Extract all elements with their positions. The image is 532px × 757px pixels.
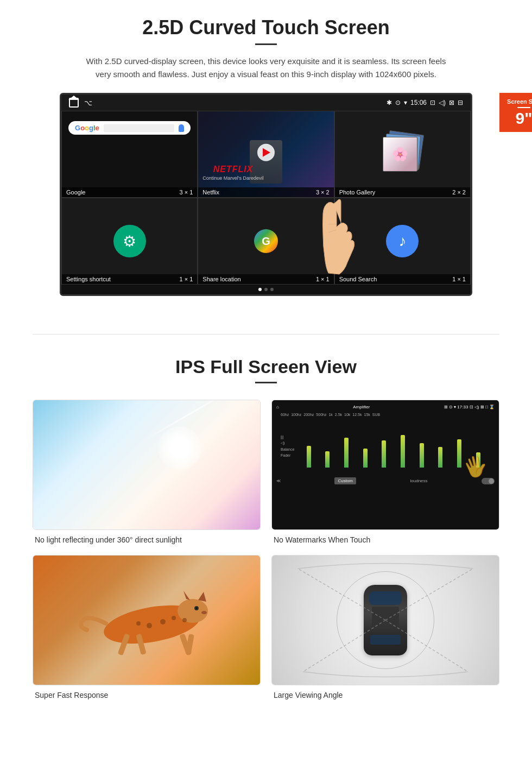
close-icon: ⊠ [449,99,454,106]
feature-img-cheetah [33,555,261,685]
svg-point-17 [201,611,207,614]
play-button[interactable] [257,144,275,161]
dot-1 [258,288,262,291]
svg-point-16 [195,607,198,609]
photo-gallery-cell[interactable]: 🌸 Photo Gallery 2 × 2 [334,111,471,198]
sun-effect [158,426,201,470]
wifi-icon: ▾ [404,99,407,106]
gear-symbol: ⚙ [123,232,136,250]
eq-home-icon: ⌂ [276,405,279,409]
section2-title: IPS Full Screen View [33,356,499,377]
section-ips: IPS Full Screen View No light reflecting… [0,351,532,716]
eq-top-bar: ⌂ Amplifier ⊞ ⊙ ▾ 17:33 ⊡ ◁) ⊠ □ ⌛ [276,405,495,409]
netflix-text: NETFLIX Continue Marvel's Daredevil [202,165,263,181]
eq-bar-1 [307,446,311,468]
eq-bar-2 [325,451,330,468]
netflix-logo: NETFLIX [202,165,263,174]
volume-icon: ◁) [439,99,446,106]
netflix-label: Netflix 3 × 2 [198,187,333,197]
dots-indicator [61,285,471,294]
title-underline [255,43,277,45]
car-outer-circle [337,571,434,669]
eq-title: Amplifier [353,405,370,409]
eq-bar-7 [420,443,424,468]
loudness-toggle[interactable] [482,478,495,484]
balance-label: Balance [281,447,294,451]
window-icon: ⊟ [458,99,463,106]
camera-icon: ⊡ [430,99,435,106]
car-rear-window [370,635,401,645]
feature-no-watermark: ⌂ Amplifier ⊞ ⊙ ▾ 17:33 ⊡ ◁) ⊠ □ ⌛ 60hz1… [271,400,499,544]
status-right: ✱ ⊙ ▾ 15:06 ⊡ ◁) ⊠ ⊟ [387,99,463,106]
feature-label-3: Super Fast Response [33,691,261,699]
section1-title: 2.5D Curved Touch Screen [33,16,499,39]
flower-icon: 🌸 [392,147,408,162]
eq-bar-5 [382,440,386,468]
feature-img-eq: ⌂ Amplifier ⊞ ⊙ ▾ 17:33 ⊡ ◁) ⊠ □ ⌛ 60hz1… [271,400,499,530]
music-note-icon: ♪ [398,232,406,250]
eq-bar-8 [438,447,442,468]
feature-no-light: No light reflecting under 360° direct su… [33,400,261,544]
feature-label-2: No Watermarks When Touch [271,535,499,544]
sound-search-cell[interactable]: ♪ Sound Search 1 × 1 [334,198,471,285]
eq-bar-4 [363,449,368,468]
section1-description: With 2.5D curved-display screen, this de… [81,55,451,81]
feature-viewing-angle: Large Viewing Angle [271,555,499,699]
status-bar: ⌥ ✱ ⊙ ▾ 15:06 ⊡ ◁) ⊠ ⊟ [61,94,471,111]
device-container: ⌥ ✱ ⊙ ▾ 15:06 ⊡ ◁) ⊠ ⊟ [33,93,499,296]
status-left: ⌥ [69,98,92,108]
sound-search-label: Sound Search 1 × 1 [335,274,470,284]
feature-fast-response: Super Fast Response [33,555,261,699]
eq-custom-button[interactable]: Custom [334,477,356,484]
cheetah-background [33,556,260,685]
svg-point-3 [178,599,208,623]
eq-bar-3 [344,438,349,468]
sound-search-button[interactable]: ♪ [386,225,419,257]
eq-bottom-bar: ≪ Custom loudness [276,477,495,484]
google-search-bar[interactable]: Google [68,121,191,135]
dot-2 [264,288,268,291]
equalizer-screen: ⌂ Amplifier ⊞ ⊙ ▾ 17:33 ⊡ ◁) ⊠ □ ⌛ 60hz1… [272,400,499,529]
fader-label: Fader [281,453,294,457]
eq-icons: ⊞ ⊙ ▾ 17:33 ⊡ ◁) ⊠ □ ⌛ [444,405,495,409]
share-location-cell[interactable]: G Share location 1 × 1 [198,198,334,285]
settings-label: Settings shortcut 1 × 1 [62,274,197,284]
svg-point-8 [147,623,152,628]
google-cell[interactable]: Google Google 3 × 1 [61,111,198,198]
badge-size: 9" [504,110,532,127]
home-icon[interactable] [69,98,79,108]
features-grid: No light reflecting under 360° direct su… [33,400,499,699]
svg-point-10 [182,618,187,622]
sky-background [33,400,260,529]
badge-line [517,107,530,108]
play-triangle [263,148,270,157]
google-logo: Google [75,124,99,132]
settings-gear: ⚙ [113,225,146,257]
netflix-subtitle: Continue Marvel's Daredevil [202,175,263,181]
location-icon: ⊙ [395,99,401,106]
car-top-view [364,585,407,655]
loudness-label: loudness [410,478,428,483]
eq-bar-6 [401,435,405,468]
google-maps-icon: G [252,225,280,257]
settings-cell[interactable]: ⚙ Settings shortcut 1 × 1 [61,198,198,285]
netflix-cell[interactable]: NETFLIX Continue Marvel's Daredevil Netf… [198,111,334,198]
photo-gallery-label: Photo Gallery 2 × 2 [335,187,470,197]
dot-3 [270,288,274,291]
svg-point-9 [136,621,141,626]
bluetooth-icon: ✱ [387,99,392,106]
google-search-text[interactable] [104,124,174,132]
badge-label: Screen Size [504,98,532,105]
photo-card-3: 🌸 [383,137,417,172]
device-screen: ⌥ ✱ ⊙ ▾ 15:06 ⊡ ◁) ⊠ ⊟ [60,93,472,296]
eq-freq-labels: 60hz100hz200hz500hz1k2.5k10k12.5k15kSUB [276,413,495,417]
maps-circle: G [254,229,278,253]
car-windshield [369,591,402,605]
eq-controls: ||| ◁) Balance Fader [276,419,495,473]
eq-bar-9 [457,439,461,468]
svg-point-7 [172,616,176,620]
section-divider [33,334,499,335]
feature-label-4: Large Viewing Angle [271,691,499,699]
cheetah-svg [54,576,239,663]
feature-label-1: No light reflecting under 360° direct su… [33,535,261,544]
